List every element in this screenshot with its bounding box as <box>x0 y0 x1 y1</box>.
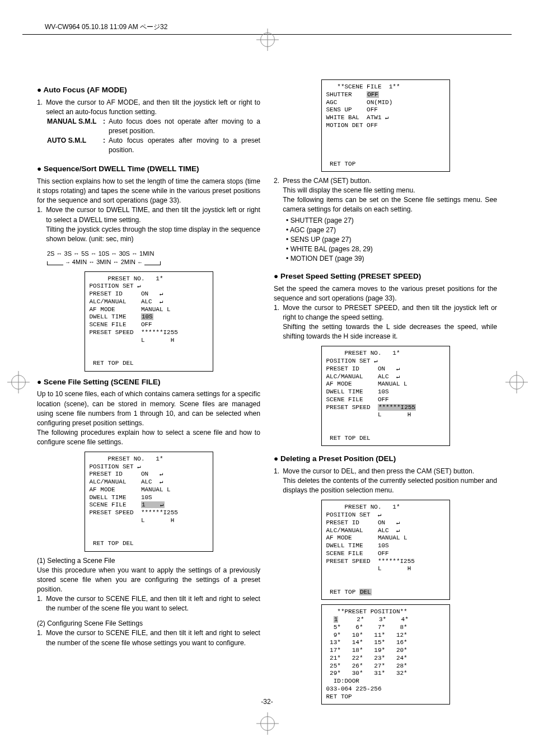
list-item: AGC (page 27) <box>286 226 497 235</box>
page-slug: WV-CW964 05.10.18 11:09 AM ページ32 <box>45 22 506 32</box>
cfg-heading: (2) Configuring Scene File Settings <box>37 619 260 628</box>
page-number: -32- <box>0 698 534 706</box>
registration-mark-bottom <box>260 716 275 731</box>
def-manual-sml: MANUAL S.M.L : Auto focus does not opera… <box>47 117 260 136</box>
screen-scene: PRESET NO. 1* POSITION SET ↵ PRESET ID O… <box>85 452 213 552</box>
af-step-1: 1. Move the cursor to AF MODE, and then … <box>37 98 260 117</box>
screen-preset-position: **PRESET POSITION** 1 2* 3* 4* 5* 6* 7* … <box>321 604 450 705</box>
content-columns: Auto Focus (AF MODE) 1. Move the cursor … <box>28 35 506 709</box>
list-item: SENS UP (page 27) <box>286 235 497 245</box>
scene-p1: Up to 10 scene files, each of which cont… <box>37 389 260 428</box>
cfg-step-1: 1. Move the cursor to SCENE FILE, and th… <box>37 628 260 647</box>
dwell-intro: This section explains how to set the len… <box>37 177 260 205</box>
registration-mark-left <box>11 375 26 389</box>
heading-del: Deleting a Preset Position (DEL) <box>274 454 497 464</box>
speed-step-1: 1. Move the cursor to PRESET SPEED, and … <box>274 303 497 341</box>
step-2: 2. Press the CAM (SET) button. This will… <box>274 176 497 214</box>
scene-p2: The following procedures explain how to … <box>37 428 260 447</box>
heading-dwell: Sequence/Sort DWELL Time (DWELL TIME) <box>37 164 260 175</box>
heading-preset-speed: Preset Speed Setting (PRESET SPEED) <box>274 271 497 282</box>
left-column: Auto Focus (AF MODE) 1. Move the cursor … <box>37 79 260 709</box>
dwell-cycle-diagram: 2S ↔ 3S ↔ 5S ↔ 10S ↔ 30S ↔ 1MIN → 4MIN ↔… <box>47 250 260 267</box>
registration-mark-top <box>260 32 275 47</box>
speed-intro: Set the speed the camera moves to the va… <box>274 284 497 303</box>
list-item: WHITE BAL (pages 28, 29) <box>286 245 497 254</box>
screen-scene-file-menu: **SCENE FILE 1** SHUTTER OFF AGC ON(MID)… <box>321 79 450 172</box>
screen-del: PRESET NO. 1* POSITION SET ↵ PRESET ID O… <box>321 500 450 600</box>
heading-scene-file: Scene File Setting (SCENE FILE) <box>37 377 260 388</box>
list-item: SHUTTER (page 27) <box>286 216 497 226</box>
del-step-1: 1. Move the cursor to DEL, and then pres… <box>274 467 497 495</box>
screen-dwell: PRESET NO. 1* POSITION SET ↵ PRESET ID O… <box>85 271 213 372</box>
registration-mark-right <box>509 375 524 389</box>
list-item: MOTION DET (page 39) <box>286 254 497 264</box>
sel-step-1: 1. Move the cursor to SCENE FILE, and th… <box>37 594 260 613</box>
def-auto-sml: AUTO S.M.L : Auto focus operates after m… <box>47 136 260 155</box>
page: WV-CW964 05.10.18 11:09 AM ページ32 Auto Fo… <box>0 0 534 756</box>
dwell-step-1: 1. Move the cursor to DWELL TIME, and th… <box>37 205 260 243</box>
screen-speed: PRESET NO. 1* POSITION SET ↵ PRESET ID O… <box>321 346 450 446</box>
sel-heading: (1) Selecting a Scene File <box>37 556 260 566</box>
scene-settings-list: SHUTTER (page 27) AGC (page 27) SENS UP … <box>274 216 497 264</box>
right-column: **SCENE FILE 1** SHUTTER OFF AGC ON(MID)… <box>274 79 497 709</box>
sel-p: Use this procedure when you want to appl… <box>37 566 260 594</box>
heading-af-mode: Auto Focus (AF MODE) <box>37 85 260 96</box>
